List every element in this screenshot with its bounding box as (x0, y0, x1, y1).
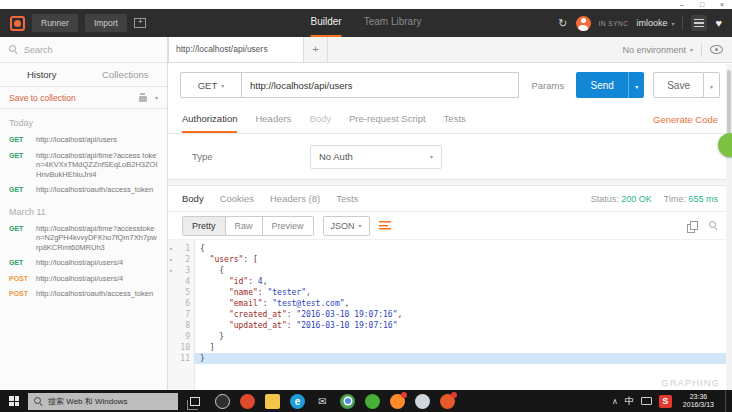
minimize-button[interactable]: – (672, 0, 692, 9)
tab-headers[interactable]: Headers (255, 106, 291, 133)
task-view-icon (190, 397, 200, 406)
code-token: , (345, 299, 350, 308)
method-select[interactable]: GET ▾ (180, 72, 242, 98)
mail-app-icon[interactable]: ✉ (315, 394, 330, 409)
save-options-button[interactable]: ▾ (704, 72, 720, 98)
sync-icon[interactable]: ↻ (558, 17, 567, 30)
response-tab-headers-8[interactable]: Headers (8) (270, 193, 320, 204)
green-app-icon[interactable] (365, 394, 380, 409)
generate-code-link[interactable]: Generate Code (653, 106, 718, 133)
auth-type-select[interactable]: No Auth ▾ (310, 145, 442, 169)
code-line: 2▾ "users": [ (168, 254, 732, 265)
nav-tab-builder[interactable]: Builder (311, 9, 342, 37)
body: HistoryCollections Save to collection ▾ … (0, 37, 732, 390)
view-preview-button[interactable]: Preview (263, 217, 313, 235)
search-input[interactable] (24, 45, 158, 55)
postman-logo-icon[interactable] (10, 16, 25, 31)
environment-select[interactable]: No environment ▾ (622, 45, 693, 55)
view-raw-button[interactable]: Raw (226, 217, 263, 235)
import-button[interactable]: Import (85, 14, 127, 32)
wrap-lines-icon[interactable] (379, 221, 391, 230)
url-input[interactable] (242, 72, 519, 98)
nav-tab-team-library[interactable]: Team Library (364, 9, 422, 37)
format-select[interactable]: JSON ▾ (323, 216, 370, 236)
response-body[interactable]: 1▾{2▾ "users": [3▾ {4 "id": 4,5 "name": … (168, 240, 732, 390)
save-to-collection[interactable]: Save to collection ▾ (0, 87, 167, 109)
search-response-icon[interactable] (709, 221, 718, 230)
app-header: Runner Import BuilderTeam Library ↻ IN S… (0, 9, 732, 37)
avatar[interactable] (576, 16, 591, 31)
user-menu[interactable]: imlooke ▾ (636, 18, 674, 28)
code-text: "created_at": "2016-03-10 19:07:16", (194, 309, 732, 320)
sidebar-tab-collections[interactable]: Collections (84, 63, 168, 86)
fold-icon[interactable]: ▾ (169, 265, 173, 276)
history-item[interactable]: GEThttp://localhost/api/users (0, 132, 167, 148)
scrollbar-thumb[interactable] (727, 70, 731, 134)
response-tab-body[interactable]: Body (182, 193, 204, 204)
new-tab-button[interactable]: + (304, 37, 328, 62)
send-options-button[interactable]: ▾ (628, 72, 644, 98)
history-item[interactable]: GEThttp://localhost/api/time?access toke… (0, 148, 167, 183)
tab-body[interactable]: Body (309, 106, 331, 133)
fold-icon[interactable]: ▾ (169, 254, 173, 265)
tab-pre-request-script[interactable]: Pre-request Script (349, 106, 426, 133)
tab-tests[interactable]: Tests (444, 106, 466, 133)
view-pretty-button[interactable]: Pretty (183, 217, 226, 235)
orange-app-icon[interactable] (440, 394, 455, 409)
sidebar-tab-history[interactable]: History (0, 63, 84, 86)
code-text: { (194, 243, 732, 254)
params-button[interactable]: Params (519, 72, 576, 98)
taskbar-search[interactable]: 搜索 Web 和 Windows (28, 393, 178, 410)
chrome-browser-icon[interactable] (340, 394, 355, 409)
history-item[interactable]: GEThttp://localhost/api/time?accesstoken… (0, 221, 167, 256)
messaging-app-icon[interactable] (215, 394, 230, 409)
response-tab-list: BodyCookiesHeaders (8)Tests (182, 193, 358, 204)
file-explorer-icon[interactable] (265, 394, 280, 409)
line-number: 1▾ (168, 243, 194, 254)
code-line: 9 } (168, 331, 732, 342)
tab-authorization[interactable]: Authorization (182, 106, 237, 133)
runner-button[interactable]: Runner (32, 14, 78, 32)
method-badge: POST (9, 274, 32, 284)
history-item[interactable]: POSThttp://localhost/api/users/4 (0, 271, 167, 287)
code-line: 10 ] (168, 342, 732, 353)
show-desktop-button[interactable] (725, 390, 729, 412)
send-button[interactable]: Send (576, 72, 628, 98)
divider (701, 43, 702, 57)
ime-indicator[interactable]: 中 (625, 395, 634, 408)
settings-icon[interactable] (691, 15, 707, 31)
main-panel: http://localhost/api/users + No environm… (168, 37, 732, 390)
close-button[interactable]: × (712, 0, 732, 9)
main-scrollbar[interactable] (726, 64, 732, 390)
sogou-input-icon[interactable]: S (659, 395, 672, 408)
start-button[interactable] (0, 390, 28, 412)
copy-icon[interactable] (687, 221, 697, 231)
sync-status: IN SYNC (599, 20, 629, 27)
maximize-button[interactable]: □ (692, 0, 712, 9)
history-item[interactable]: POSThttp://localhost/oauth/access_token (0, 286, 167, 302)
firefox-browser-icon[interactable] (390, 394, 405, 409)
edge-browser-icon[interactable]: e (290, 394, 305, 409)
new-window-icon[interactable] (134, 18, 146, 28)
save-button[interactable]: Save (653, 72, 704, 98)
task-view-button[interactable] (183, 390, 207, 412)
clock[interactable]: 23:36 2016/3/13 (679, 393, 718, 410)
red-app-icon[interactable] (240, 394, 255, 409)
request-tab[interactable]: http://localhost/api/users (168, 37, 304, 62)
trash-icon[interactable] (139, 93, 147, 102)
taskbar-apps: e✉ (215, 394, 455, 409)
code-text: "email": "test@test.com", (194, 298, 732, 309)
response-tab-cookies[interactable]: Cookies (220, 193, 254, 204)
environment-preview-icon[interactable] (710, 45, 723, 54)
keyboard-icon[interactable] (641, 397, 652, 405)
chevron-down-icon: ▾ (430, 153, 433, 160)
tray-expand-icon[interactable]: ∧ (612, 397, 618, 406)
response-tab-tests[interactable]: Tests (336, 193, 358, 204)
watermark: GRAPHING (661, 377, 720, 388)
history-item[interactable]: GEThttp://localhost/api/users/4 (0, 255, 167, 271)
photos-app-icon[interactable] (415, 394, 430, 409)
heart-icon[interactable]: ♥ (715, 17, 722, 29)
history-item[interactable]: GEThttp://localhost/oauth/access_token (0, 182, 167, 198)
line-number: 11 (168, 353, 194, 364)
fold-icon[interactable]: ▾ (169, 243, 173, 254)
